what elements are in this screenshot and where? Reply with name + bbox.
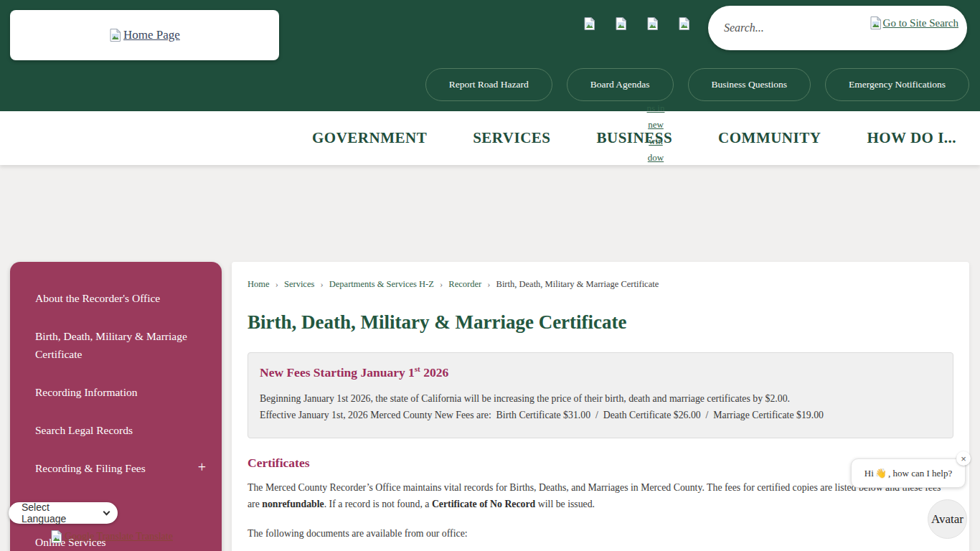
- new-fees-line-1: Beginning January 1st 2026, the state of…: [260, 390, 941, 407]
- sidebar-item-label: Recording Information: [35, 383, 137, 401]
- waving-hand-emoji-icon: 👋: [875, 468, 887, 479]
- language-select-label: Select Language: [22, 501, 97, 524]
- emergency-notifications-button[interactable]: Emergency Notifications: [825, 68, 969, 101]
- new-fees-heading-text: New Fees Starting January 1: [260, 365, 415, 380]
- nav-government[interactable]: GOVERNMENT: [312, 129, 427, 147]
- sidebar-item-label: Birth, Death, Military & Marriage Certif…: [35, 327, 207, 363]
- broken-image-icon: [109, 28, 122, 42]
- chat-close-icon[interactable]: ×: [956, 451, 971, 466]
- broken-image-alt-text-link[interactable]: ns in new win dow: [644, 100, 668, 166]
- expand-plus-icon[interactable]: +: [198, 459, 207, 475]
- chevron-down-icon: [103, 509, 110, 516]
- sidebar-item-about-recorders-office[interactable]: About the Recorder's Office: [35, 289, 207, 307]
- breadcrumb-services[interactable]: Services: [284, 279, 314, 289]
- breadcrumb-separator: ›: [487, 279, 490, 289]
- certificates-paragraph: The Merced County Recorder’s Office main…: [248, 479, 954, 513]
- home-page-link-label: Home Page: [123, 28, 180, 42]
- breadcrumb-departments-h-z[interactable]: Departments & Services H-Z: [329, 279, 434, 289]
- home-page-link[interactable]: Home Page: [109, 28, 180, 42]
- certificates-heading: Certificates: [248, 456, 953, 471]
- breadcrumb-separator: ›: [440, 279, 443, 289]
- board-agendas-button[interactable]: Board Agendas: [567, 68, 674, 101]
- nonrefundable-bold-text: nonrefundable: [262, 499, 324, 509]
- google-translate-link-label: Google Translate Translate: [65, 531, 173, 542]
- site-header: Home Page Go to Site Search Report Road …: [0, 0, 980, 111]
- sidebar-item-label: Search Legal Records: [35, 421, 133, 439]
- chat-avatar[interactable]: Avatar: [928, 499, 967, 539]
- business-questions-button[interactable]: Business Questions: [688, 68, 811, 101]
- chat-message-text: Hi: [864, 468, 874, 479]
- certificate-of-no-record-bold-text: Certificate of No Record: [432, 499, 535, 509]
- chat-greeting-bubble[interactable]: Hi 👋 , how can I help?: [851, 458, 966, 488]
- new-fees-line-2: Effective January 1st, 2026 Merced Count…: [260, 407, 941, 423]
- search-bar: Go to Site Search: [708, 6, 967, 50]
- main-content: Home › Services › Departments & Services…: [232, 262, 969, 551]
- broken-image-icon: [870, 16, 882, 30]
- google-translate-widget: Select Language Google Translate Transla…: [9, 502, 173, 544]
- language-select[interactable]: Select Language: [9, 502, 118, 524]
- breadcrumb-current: Birth, Death, Military & Marriage Certif…: [496, 279, 659, 289]
- social-link-1-icon[interactable]: [583, 17, 596, 31]
- sidebar-item-label: About the Recorder's Office: [35, 289, 160, 307]
- certificates-paragraph-text: . If a record is not found, a: [324, 499, 432, 509]
- main-nav: GOVERNMENT SERVICES BUSINESS COMMUNITY H…: [0, 111, 980, 165]
- breadcrumb-home[interactable]: Home: [248, 279, 270, 289]
- search-input[interactable]: [724, 22, 860, 34]
- breadcrumb-recorder[interactable]: Recorder: [448, 279, 481, 289]
- new-fees-heading-sup: st: [415, 364, 420, 373]
- page-title: Birth, Death, Military & Marriage Certif…: [248, 311, 953, 334]
- google-translate-link[interactable]: Google Translate Translate: [50, 529, 173, 544]
- breadcrumb: Home › Services › Departments & Services…: [248, 279, 953, 290]
- nav-services[interactable]: SERVICES: [473, 129, 550, 147]
- go-to-site-search-label: Go to Site Search: [883, 17, 958, 29]
- sidebar-item-recording-information[interactable]: Recording Information: [35, 383, 207, 401]
- go-to-site-search-link[interactable]: Go to Site Search: [870, 16, 958, 30]
- social-link-4-icon[interactable]: [678, 17, 691, 31]
- sidebar-item-recording-filing-fees[interactable]: Recording & Filing Fees +: [35, 459, 207, 477]
- nav-community[interactable]: COMMUNITY: [718, 129, 821, 147]
- report-road-hazard-button[interactable]: Report Road Hazard: [425, 68, 552, 101]
- social-icons-row: [583, 17, 691, 31]
- certificates-paragraph-text: will be issued.: [535, 499, 595, 509]
- new-fees-notice-box: New Fees Starting January 1st 2026 Begin…: [248, 352, 953, 438]
- new-fees-heading-year: 2026: [420, 365, 448, 380]
- documents-available-line: The following documents are available fr…: [248, 528, 953, 540]
- quick-links-row: Report Road Hazard Board Agendas Busines…: [425, 68, 969, 101]
- sidebar-item-birth-death-military-marriage[interactable]: Birth, Death, Military & Marriage Certif…: [35, 327, 207, 363]
- nav-how-do-i[interactable]: HOW DO I...: [867, 129, 956, 147]
- chat-message-text: , how can I help?: [888, 468, 952, 479]
- logo-box: Home Page: [10, 10, 279, 60]
- sidebar-item-search-legal-records[interactable]: Search Legal Records: [35, 421, 207, 439]
- sidebar-item-label: Recording & Filing Fees: [35, 459, 146, 477]
- breadcrumb-separator: ›: [275, 279, 278, 289]
- social-link-3-icon[interactable]: [646, 17, 659, 31]
- broken-image-icon: [50, 529, 63, 544]
- breadcrumb-separator: ›: [320, 279, 323, 289]
- new-fees-heading: New Fees Starting January 1st 2026: [260, 364, 941, 380]
- social-link-2-icon[interactable]: [615, 17, 628, 31]
